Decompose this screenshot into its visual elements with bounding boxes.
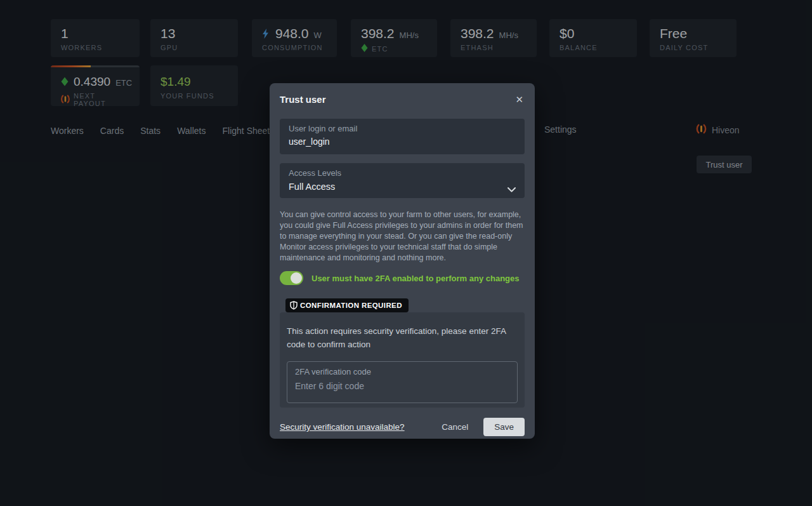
access-levels-label: Access Levels	[289, 168, 516, 178]
user-login-field[interactable]: User login or email	[280, 119, 525, 154]
modal-title: Trust user	[280, 94, 326, 105]
2fa-code-field[interactable]: 2FA verification code	[287, 361, 518, 403]
trust-user-modal: Trust user ✕ User login or email Access …	[270, 83, 535, 439]
confirmation-badge-label: CONFIRMATION REQUIRED	[300, 302, 402, 309]
access-levels-value: Full Access	[289, 182, 516, 192]
require-2fa-toggle[interactable]	[280, 271, 303, 285]
chevron-down-icon	[508, 183, 516, 195]
toggle-knob	[291, 272, 302, 284]
access-levels-select[interactable]: Access Levels Full Access	[280, 163, 525, 198]
2fa-code-input[interactable]	[295, 381, 509, 391]
access-description: You can give control access to your farm…	[280, 210, 525, 263]
user-login-input[interactable]	[289, 136, 516, 147]
confirmation-required-badge: CONFIRMATION REQUIRED	[285, 298, 409, 312]
shield-icon	[290, 301, 298, 310]
confirmation-panel: This action requires security verificati…	[280, 312, 525, 408]
cancel-button[interactable]: Cancel	[442, 422, 468, 432]
close-icon[interactable]: ✕	[514, 93, 525, 105]
2fa-code-label: 2FA verification code	[295, 367, 509, 376]
require-2fa-label: User must have 2FA enabled to perform an…	[311, 274, 520, 283]
user-login-label: User login or email	[289, 124, 516, 133]
confirmation-text: This action requires security verificati…	[287, 325, 518, 351]
save-button[interactable]: Save	[483, 418, 525, 436]
security-verification-unavailable-link[interactable]: Security verification unavailable?	[280, 422, 405, 432]
